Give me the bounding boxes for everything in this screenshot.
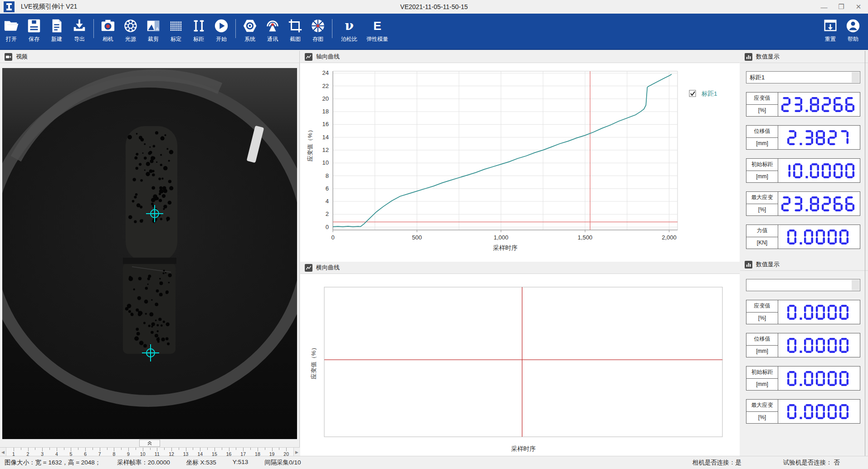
digital-value xyxy=(778,126,860,149)
ruler-left-arrow[interactable]: ◀ xyxy=(0,448,6,456)
axial-chart-svg: 02468101214161820222405001,0001,5002,000… xyxy=(300,63,740,262)
screenshot-button[interactable]: 截图 xyxy=(284,14,307,49)
numeric-section: 应变值 [%] 位移值 [mm] 初始标距 [mm] 最大应变 xyxy=(740,279,868,424)
ruler-minor-tick xyxy=(136,448,136,450)
value-label: 应变值 xyxy=(746,300,778,313)
svg-text:16: 16 xyxy=(322,121,329,127)
legend-checkbox[interactable] xyxy=(689,90,696,97)
toolbar-item-label: 弹性模量 xyxy=(366,35,388,43)
ruler-minor-tick xyxy=(179,448,179,450)
frame-ruler[interactable]: ◀ 1234567891011121314151617181920 ▶ xyxy=(0,447,300,456)
status-left-group: 图像大小：宽 = 1632，高 = 2048；采样帧率：20.0000坐标 X:… xyxy=(5,459,301,467)
ruler-right-arrow[interactable]: ▶ xyxy=(293,448,300,456)
crop-image-button[interactable]: 裁剪 xyxy=(142,14,165,49)
gauge-selector-dropdown[interactable] xyxy=(746,279,860,291)
ruler-tick xyxy=(114,448,114,451)
start-button[interactable]: 开始 xyxy=(210,14,233,49)
gauge-length-icon xyxy=(190,18,207,34)
main-toolbar: 打开保存新建导出相机光源裁剪标定标距开始系统通讯截图存图ν泊松比E弹性模量重置帮… xyxy=(0,14,868,50)
value-label: 位移值 xyxy=(746,126,778,138)
ruler-tick xyxy=(14,448,14,451)
toolbar-item-label: 保存 xyxy=(29,35,39,43)
digital-value xyxy=(778,333,860,357)
poisson-button[interactable]: ν泊松比 xyxy=(335,14,363,49)
line-chart-icon xyxy=(305,53,312,61)
status-item: 相机是否连接：是 xyxy=(692,459,741,467)
reset-button[interactable]: 重置 xyxy=(819,14,842,49)
numeric-section: 标距1 应变值 [%] 位移值 [mm] 初始标距 [mm] xyxy=(740,71,868,249)
app-title: LVE视频引伸计 V21 xyxy=(21,3,77,11)
value-label: 初始标距 xyxy=(746,366,778,379)
main-area: 视频 xyxy=(0,51,868,456)
calibrate-grid-icon xyxy=(168,18,184,34)
value-box: 应变值 [%] xyxy=(746,92,860,117)
svg-text:E: E xyxy=(373,19,381,33)
calibrate-grid-button[interactable]: 标定 xyxy=(165,14,187,49)
status-item: 间隔采集0/10 xyxy=(264,459,301,467)
save-button[interactable]: 保存 xyxy=(23,14,45,49)
ruler-tick xyxy=(229,448,229,451)
svg-text:22: 22 xyxy=(322,83,329,89)
ruler-minor-tick xyxy=(35,448,35,450)
window-controls: — ❐ ✕ xyxy=(817,0,865,14)
svg-text:ν: ν xyxy=(345,18,354,33)
maximize-button[interactable]: ❐ xyxy=(834,1,848,12)
svg-text:2: 2 xyxy=(326,210,329,217)
video-panel-title: 视频 xyxy=(16,53,28,61)
app-logo-icon xyxy=(4,1,15,12)
status-right-group: 相机是否连接：是试验机是否连接： 否 xyxy=(692,459,840,467)
dropdown-button[interactable] xyxy=(852,280,859,290)
camera-live-view[interactable] xyxy=(2,68,297,439)
value-unit: [mm] xyxy=(746,346,778,357)
value-label: 初始标距 xyxy=(746,159,778,171)
close-button[interactable]: ✕ xyxy=(852,1,865,12)
help-button[interactable]: 帮助 xyxy=(842,14,864,49)
toolbar-item-label: 重置 xyxy=(825,35,836,43)
digital-value xyxy=(778,159,860,182)
digital-value xyxy=(778,192,860,215)
panel-edge-line xyxy=(865,51,865,456)
ruler-tick xyxy=(286,448,287,451)
reset-icon xyxy=(822,18,839,34)
toolbar-item-label: 标距 xyxy=(193,35,204,43)
status-item: 采样帧率：20.0000 xyxy=(117,459,170,467)
toolbar-group: 打开保存新建导出 xyxy=(0,14,91,49)
transverse-panel-header: 横向曲线 xyxy=(300,262,740,274)
ruler-track[interactable]: 1234567891011121314151617181920 xyxy=(6,448,293,456)
svg-text:14: 14 xyxy=(322,134,329,141)
modulus-button[interactable]: E弹性模量 xyxy=(363,14,391,49)
camera-button[interactable]: 相机 xyxy=(97,14,119,49)
svg-text:采样时序: 采样时序 xyxy=(493,244,518,251)
save-image-button[interactable]: 存图 xyxy=(307,14,329,49)
value-box: 位移值 [mm] xyxy=(746,125,860,150)
svg-text:10: 10 xyxy=(322,159,329,166)
gauge-selector-dropdown[interactable]: 标距1 xyxy=(746,71,860,83)
svg-text:0: 0 xyxy=(326,224,329,230)
status-item: 坐标 X:535 xyxy=(186,459,216,467)
value-box: 初始标距 [mm] xyxy=(746,366,860,391)
light-source-button[interactable]: 光源 xyxy=(119,14,142,49)
ruler-tick xyxy=(186,448,186,451)
transverse-strain-chart[interactable]: 应变值（%）采样时序 xyxy=(300,274,740,458)
toolbar-item-label: 系统 xyxy=(244,35,255,43)
export-button[interactable]: 导出 xyxy=(68,14,91,49)
ruler-tick xyxy=(57,448,57,451)
axial-strain-chart[interactable]: 02468101214161820222405001,0001,5002,000… xyxy=(300,63,740,264)
value-label: 力值 xyxy=(746,225,778,237)
ruler-tick xyxy=(171,448,172,451)
svg-text:应变值（%）: 应变值（%） xyxy=(307,127,313,162)
system-button[interactable]: 系统 xyxy=(239,14,261,49)
svg-text:1,500: 1,500 xyxy=(578,234,593,241)
comm-button[interactable]: 通讯 xyxy=(261,14,284,49)
toolbar-group: 系统通讯截图存图 xyxy=(239,14,329,49)
collapse-button[interactable] xyxy=(139,440,160,447)
value-label: 位移值 xyxy=(746,333,778,346)
gauge-length-button[interactable]: 标距 xyxy=(187,14,210,49)
minimize-button[interactable]: — xyxy=(817,1,831,12)
screenshot-icon xyxy=(287,18,303,34)
svg-text:6: 6 xyxy=(326,185,329,192)
new-doc-button[interactable]: 新建 xyxy=(45,14,68,49)
folder-open-button[interactable]: 打开 xyxy=(0,14,23,49)
toolbar-item-label: 帮助 xyxy=(848,35,858,43)
dropdown-button[interactable] xyxy=(852,72,859,83)
